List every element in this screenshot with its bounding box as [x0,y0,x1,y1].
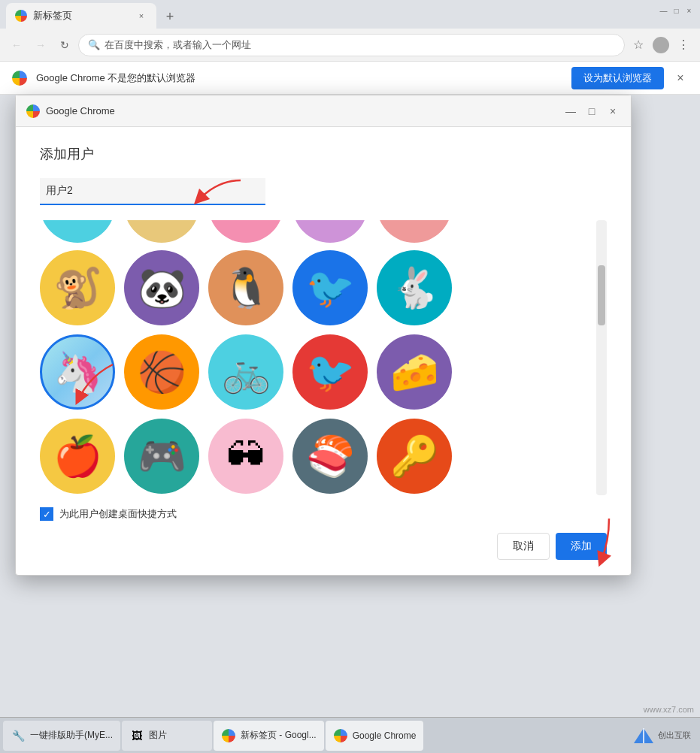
url-text: 在百度中搜索，或者输入一个网址 [105,38,615,52]
button-row: 取消 添加 [40,533,607,560]
tab-close-button[interactable]: × [135,10,147,22]
taskbar-label-chrome: Google Chrome [353,730,417,741]
back-button[interactable]: ← [6,35,27,56]
taskbar-item-myeditor[interactable]: 🔧 一键排版助手(MyE... [3,721,120,751]
avatar-robin[interactable]: 🐦 [292,334,368,410]
taskbar-logo: 创出互联 [632,727,691,745]
taskbar-icon-pictures: 🖼 [129,728,144,743]
set-default-button[interactable]: 设为默认浏览器 [571,67,664,89]
menu-icon[interactable]: ⋮ [673,35,694,56]
profile-icon[interactable] [650,35,671,56]
avatar-partial-4[interactable] [292,220,368,243]
maximize-button[interactable]: □ [671,6,681,16]
taskbar-item-chrome[interactable]: Google Chrome [326,721,424,751]
taskbar: 🔧 一键排版助手(MyE... 🖼 图片 新标签页 - Googl... Goo… [0,717,700,753]
avatar-penguin[interactable]: 🐧 [208,250,283,325]
avatar-cheese[interactable]: 🧀 [377,334,452,410]
bookmark-icon[interactable]: ☆ [628,35,649,56]
taskbar-label-pictures: 图片 [149,729,167,742]
avatar-monkey[interactable]: 🐒 [40,250,115,325]
avatar-partial-2[interactable] [124,220,199,243]
forward-button[interactable]: → [30,35,51,56]
taskbar-icon-chrome [333,728,348,743]
avatar-row3-5[interactable]: 🔑 [377,419,452,494]
dialog-close[interactable]: × [605,104,620,119]
minimize-button[interactable]: — [659,6,668,16]
taskbar-label-myeditor: 一键排版助手(MyE... [30,729,113,742]
dialog-titlebar: Google Chrome — □ × [16,95,631,127]
avatar-bicycle[interactable]: 🚲 [208,334,283,410]
watermark: www.xz7.com [644,705,694,714]
tab-favicon [15,10,27,22]
dialog-chrome-icon [26,104,40,118]
taskbar-item-pictures[interactable]: 🖼 图片 [122,721,212,751]
dialog-win-controls: — □ × [563,104,620,119]
cancel-button[interactable]: 取消 [497,533,550,560]
logo-icon [632,727,655,745]
avatar-panda[interactable]: 🐼 [124,250,199,325]
taskbar-icon-newtab [221,728,236,743]
address-bar: ← → ↻ 🔍 在百度中搜索，或者输入一个网址 ☆ ⋮ [0,29,700,62]
avatar-partial-3[interactable] [208,220,283,243]
scrollbar-thumb[interactable] [598,265,605,325]
tab-bar: 新标签页 × + — □ × [0,0,700,29]
desktop-shortcut-checkbox[interactable]: ✓ [40,507,53,521]
taskbar-icon-myeditor: 🔧 [11,728,26,743]
taskbar-label-newtab: 新标签页 - Googl... [241,729,317,742]
refresh-button[interactable]: ↻ [54,35,75,56]
window-controls: — □ × [659,6,694,16]
close-button[interactable]: × [684,6,694,16]
dialog-title: Google Chrome [46,105,557,116]
active-tab[interactable]: 新标签页 × [6,3,156,29]
dialog-maximize[interactable]: □ [584,104,599,119]
avatar-rabbit[interactable]: 🐇 [377,250,452,325]
logo-text: 创出互联 [658,730,691,741]
avatar-row3-1[interactable]: 🍎 [40,419,115,494]
checkbox-label: 为此用户创建桌面快捷方式 [59,507,177,521]
avatar-bird-blue[interactable]: 🐦 [292,250,368,325]
add-user-dialog: Google Chrome — □ × 添加用户 [15,95,632,576]
url-bar[interactable]: 🔍 在百度中搜索，或者输入一个网址 [78,34,625,56]
avatar-row3-3[interactable]: 🕶 [208,419,283,494]
new-tab-button[interactable]: + [159,6,180,27]
add-button[interactable]: 添加 [556,533,607,560]
dialog-minimize[interactable]: — [563,104,578,119]
info-bar: Google Chrome 不是您的默认浏览器 设为默认浏览器 × [0,62,700,95]
info-text: Google Chrome 不是您的默认浏览器 [36,71,562,85]
avatar-row3-2[interactable]: 🎮 [124,419,199,494]
username-input[interactable] [40,178,265,205]
chrome-icon [12,71,27,86]
infobar-close-button[interactable]: × [673,71,688,86]
avatar-partial-1[interactable] [40,220,115,243]
taskbar-item-newtab[interactable]: 新标签页 - Googl... [214,721,324,751]
avatar-basketball[interactable]: 🏀 [124,334,199,410]
tab-title: 新标签页 [33,9,129,23]
avatar-unicorn[interactable]: 🦄 [40,334,115,410]
avatar-scrollbar[interactable] [596,220,607,495]
avatar-partial-5[interactable] [377,220,452,243]
dialog-heading: 添加用户 [40,145,607,163]
toolbar-right: ☆ ⋮ [628,35,694,56]
dialog-body: 添加用户 🐒 🐼 [16,127,631,575]
checkbox-row: ✓ 为此用户创建桌面快捷方式 [40,507,607,521]
avatar-row3-4[interactable]: 🍣 [292,419,368,494]
